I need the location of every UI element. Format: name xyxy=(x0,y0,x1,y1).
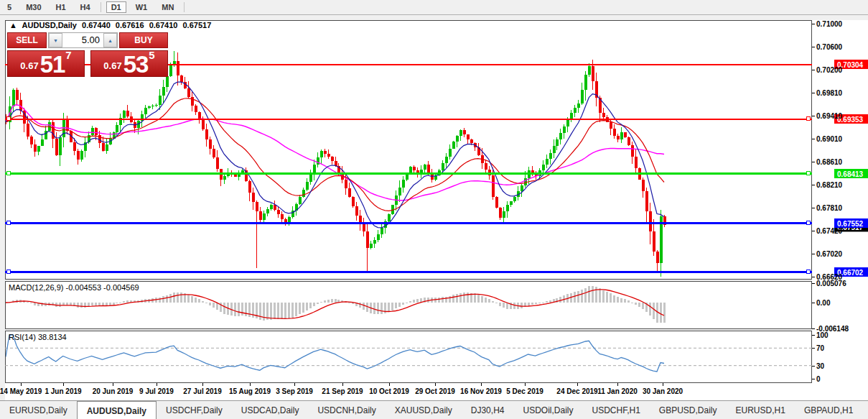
tab-dj30-h4[interactable]: DJ30,H4 xyxy=(462,401,514,419)
svg-text:0.00: 0.00 xyxy=(816,299,831,307)
buy-price-button[interactable]: 0.67 53 5 xyxy=(90,50,168,77)
toolbar-separator xyxy=(184,2,185,12)
svg-text:100: 100 xyxy=(816,331,829,339)
svg-text:1 Jun 2019: 1 Jun 2019 xyxy=(45,387,82,395)
timeframe-button-5[interactable]: 5 xyxy=(2,1,17,13)
svg-text:14 May 2019: 14 May 2019 xyxy=(0,387,42,395)
svg-text:0.69410: 0.69410 xyxy=(816,112,843,120)
direction-up-icon: ▲ xyxy=(9,21,17,29)
svg-text:0.70200: 0.70200 xyxy=(816,66,843,74)
macd-indicator-label: MACD(12,26,9) -0.004553 -0.004569 xyxy=(9,283,139,292)
volume-input[interactable]: 5.00 xyxy=(62,33,103,47)
svg-text:15 Aug 2019: 15 Aug 2019 xyxy=(229,387,271,395)
tab-gbpusd-daily[interactable]: GBPUSD,Daily xyxy=(650,401,727,419)
tab-usdchf-h1[interactable]: USDCHF,H1 xyxy=(582,401,649,419)
buy-price-pip: 5 xyxy=(149,49,154,61)
chart-tab-bar: EURUSD,DailyAUDUSD,DailyUSDCHF,DailyUSDC… xyxy=(0,400,868,419)
rsi-pane[interactable] xyxy=(6,331,812,383)
buy-button[interactable]: BUY xyxy=(119,32,168,48)
sell-button[interactable]: SELL xyxy=(7,32,47,48)
svg-text:0.68610: 0.68610 xyxy=(816,158,843,166)
quote-close: 0.67517 xyxy=(183,21,212,29)
timeframe-toolbar: 5M30H1H4D1W1MN xyxy=(0,0,868,15)
svg-text:0.71000: 0.71000 xyxy=(816,20,843,28)
svg-text:24 Dec 2019: 24 Dec 2019 xyxy=(556,387,598,395)
rsi-indicator-label: RSI(14) 38.8134 xyxy=(9,333,67,341)
svg-text:30: 30 xyxy=(816,362,825,370)
one-click-trade-panel: SELL ▼ 5.00 ▲ BUY 0.67 51 7 0.67 53 5 xyxy=(7,32,168,77)
timeframe-button-mn[interactable]: MN xyxy=(157,1,179,13)
svg-text:11 Jan 2020: 11 Jan 2020 xyxy=(597,387,638,395)
timeframe-button-d1[interactable]: D1 xyxy=(106,1,126,13)
buy-price-prefix: 0.67 xyxy=(103,60,121,71)
svg-text:5 Dec 2019: 5 Dec 2019 xyxy=(506,387,543,395)
sell-price-prefix: 0.67 xyxy=(20,60,38,71)
svg-text:0.67810: 0.67810 xyxy=(816,204,843,212)
volume-stepper: ▼ 5.00 ▲ xyxy=(48,32,118,48)
tab-usdoil-daily[interactable]: USDOil,Daily xyxy=(513,401,582,419)
svg-text:0.69810: 0.69810 xyxy=(816,89,843,97)
volume-increase-icon[interactable]: ▲ xyxy=(103,33,117,47)
tab-xauusd-daily[interactable]: XAUUSD,Daily xyxy=(386,401,462,419)
timeframe-button-m30[interactable]: M30 xyxy=(21,1,46,13)
tab-scroll-nav: ◄► xyxy=(862,401,868,419)
buy-price-big: 53 xyxy=(123,55,149,74)
svg-text:9 Jul 2019: 9 Jul 2019 xyxy=(139,387,174,395)
tab-usdcad-daily[interactable]: USDCAD,Daily xyxy=(232,401,309,419)
tab-eurusd-h1[interactable]: EURUSD,H1 xyxy=(727,401,795,419)
timeframe-button-h1[interactable]: H1 xyxy=(51,1,71,13)
tab-usdchf-daily[interactable]: USDCHF,Daily xyxy=(157,401,232,419)
timeframe-button-h4[interactable]: H4 xyxy=(75,1,95,13)
toolbar-separator xyxy=(101,2,101,12)
quote-low: 0.67410 xyxy=(149,21,178,29)
svg-text:20 Jun 2019: 20 Jun 2019 xyxy=(93,387,134,395)
svg-text:0.68210: 0.68210 xyxy=(816,181,843,189)
svg-text:0.67420: 0.67420 xyxy=(816,227,843,235)
quote-high: 0.67616 xyxy=(116,21,144,29)
svg-text:0.68413: 0.68413 xyxy=(837,170,864,178)
svg-text:30 Jan 2020: 30 Jan 2020 xyxy=(643,387,683,395)
sell-price-pip: 7 xyxy=(65,49,71,61)
sell-price-big: 51 xyxy=(40,55,65,74)
svg-text:16 Nov 2019: 16 Nov 2019 xyxy=(460,387,502,395)
svg-text:27 Jul 2019: 27 Jul 2019 xyxy=(183,387,222,395)
tab-eurusd-daily[interactable]: EURUSD,Daily xyxy=(0,401,77,419)
svg-text:0.70600: 0.70600 xyxy=(816,43,843,51)
svg-text:70: 70 xyxy=(816,344,825,352)
quote-open: 0.67440 xyxy=(82,21,111,29)
svg-text:0.69010: 0.69010 xyxy=(816,135,843,143)
svg-text:0: 0 xyxy=(816,375,821,383)
quote-symbol: AUDUSD,Daily xyxy=(22,21,77,29)
svg-text:3 Sep 2019: 3 Sep 2019 xyxy=(276,387,313,395)
quote-line: ▲ AUDUSD,Daily 0.67440 0.67616 0.67410 0… xyxy=(9,21,214,29)
timeframe-button-w1[interactable]: W1 xyxy=(131,1,153,13)
tab-audusd-daily[interactable]: AUDUSD,Daily xyxy=(77,401,157,419)
svg-text:0.67552: 0.67552 xyxy=(837,220,864,228)
tab-usdcnh-daily[interactable]: USDCNH,Daily xyxy=(308,401,385,419)
volume-decrease-icon[interactable]: ▼ xyxy=(49,33,62,47)
svg-text:0.005076: 0.005076 xyxy=(816,280,846,287)
sell-price-button[interactable]: 0.67 51 7 xyxy=(7,50,85,77)
svg-text:10 Oct 2019: 10 Oct 2019 xyxy=(369,387,409,395)
svg-text:0.67020: 0.67020 xyxy=(816,250,843,258)
tab-gbpaud-h1[interactable]: GBPAUD,H1 xyxy=(795,401,862,419)
svg-text:21 Sep 2019: 21 Sep 2019 xyxy=(322,387,363,395)
svg-text:29 Oct 2019: 29 Oct 2019 xyxy=(415,387,455,395)
